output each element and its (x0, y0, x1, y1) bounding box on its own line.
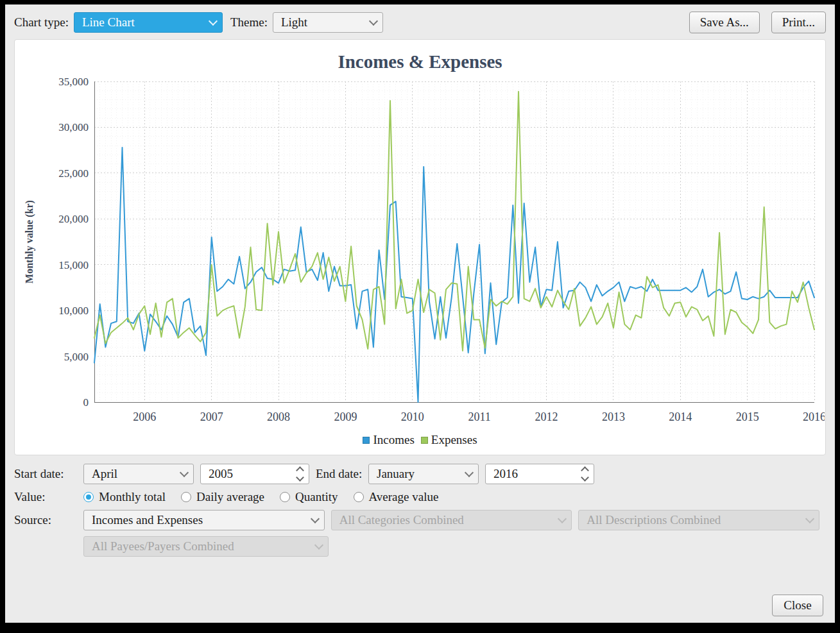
descriptions-value: All Descriptions Combined (587, 513, 721, 527)
radio-label: Quantity (295, 490, 338, 504)
radio-label: Monthly total (99, 490, 166, 504)
svg-text:2013: 2013 (601, 410, 624, 423)
svg-text:2007: 2007 (200, 410, 223, 423)
svg-text:35,000: 35,000 (58, 76, 89, 88)
close-button[interactable]: Close (772, 595, 823, 616)
end-year-value: 2016 (493, 467, 518, 481)
chart-type-label: Chart type: (14, 15, 69, 30)
svg-text:2010: 2010 (400, 410, 424, 423)
chart-title: Incomes & Expenses (15, 51, 825, 72)
start-date-label: Start date: (14, 467, 83, 481)
legend-label-incomes: Incomes (373, 433, 414, 447)
chevron-down-icon (314, 541, 323, 550)
incomes-swatch-icon (363, 437, 370, 444)
chart-dialog-window: Chart type: Line Chart Theme: Light Save… (0, 0, 840, 633)
source-value: Incomes and Expenses (92, 513, 203, 527)
spin-down-icon[interactable] (581, 473, 589, 482)
radio-quantity[interactable]: Quantity (280, 490, 338, 504)
radio-monthly-total[interactable]: Monthly total (83, 490, 166, 504)
close-row: Close (5, 592, 835, 623)
legend-label-expenses: Expenses (431, 433, 477, 447)
payees-value: All Payees/Payers Combined (92, 539, 234, 553)
chevron-down-icon (805, 514, 814, 523)
end-year-spinner[interactable]: 2016 (485, 464, 594, 484)
svg-text:10,000: 10,000 (58, 305, 89, 317)
end-date-label: End date: (316, 467, 368, 481)
theme-label: Theme: (230, 15, 268, 30)
payees-row: All Payees/Payers Combined (14, 536, 826, 557)
legend-item-incomes: Incomes (363, 433, 414, 447)
value-row: Value: Monthly total Daily average Quant… (14, 490, 826, 504)
radio-icon[interactable] (354, 492, 364, 502)
end-month-select[interactable]: January (368, 464, 479, 484)
chevron-down-icon (209, 17, 218, 26)
save-as-button[interactable]: Save As... (689, 12, 760, 33)
theme-value: Light (281, 15, 307, 30)
radio-label: Average value (369, 490, 439, 504)
svg-text:2006: 2006 (133, 410, 156, 423)
radio-icon[interactable] (280, 492, 290, 502)
print-button[interactable]: Print... (771, 12, 826, 33)
chevron-down-icon (369, 17, 378, 26)
spinner-arrows (582, 468, 588, 480)
source-row: Source: Incomes and Expenses All Categor… (14, 510, 826, 530)
radio-icon[interactable] (181, 492, 191, 502)
svg-text:0: 0 (83, 396, 89, 409)
toolbar: Chart type: Line Chart Theme: Light Save… (5, 4, 835, 39)
expenses-swatch-icon (421, 437, 428, 444)
date-row: Start date: April 2005 End date: January… (14, 464, 826, 484)
svg-text:30,000: 30,000 (58, 121, 89, 133)
source-label: Source: (14, 513, 83, 527)
svg-text:20,000: 20,000 (58, 213, 89, 225)
source-select[interactable]: Incomes and Expenses (83, 510, 325, 530)
svg-text:25,000: 25,000 (58, 167, 89, 180)
svg-text:15,000: 15,000 (58, 259, 89, 271)
chart-svg: 05,00010,00015,00020,00025,00030,00035,0… (16, 72, 825, 432)
chart-type-select[interactable]: Line Chart (74, 12, 223, 33)
start-year-value: 2005 (209, 467, 233, 481)
svg-text:2008: 2008 (267, 410, 290, 423)
svg-text:2016: 2016 (803, 410, 825, 423)
end-month-value: January (377, 467, 415, 481)
radio-average-value[interactable]: Average value (354, 490, 439, 504)
svg-text:5,000: 5,000 (64, 351, 88, 363)
svg-text:2015: 2015 (735, 410, 759, 423)
svg-text:2014: 2014 (669, 410, 692, 423)
svg-text:2011: 2011 (468, 410, 490, 423)
svg-text:2012: 2012 (535, 410, 558, 423)
radio-label: Daily average (196, 490, 264, 504)
start-month-select[interactable]: April (83, 464, 194, 484)
categories-value: All Categories Combined (339, 513, 464, 527)
chart-legend: Incomes Expenses (15, 432, 825, 453)
chevron-down-icon (558, 514, 567, 523)
svg-text:Monthly value (kr): Monthly value (kr) (24, 200, 35, 283)
start-year-spinner[interactable]: 2005 (200, 464, 309, 484)
controls-area: Start date: April 2005 End date: January… (5, 455, 835, 562)
theme-select[interactable]: Light (273, 12, 383, 33)
spin-down-icon[interactable] (296, 473, 304, 482)
legend-item-expenses: Expenses (421, 433, 477, 447)
value-label: Value: (14, 490, 83, 504)
chart-type-value: Line Chart (82, 15, 135, 30)
start-month-value: April (92, 467, 117, 481)
chevron-down-icon (180, 468, 189, 477)
radio-icon[interactable] (83, 492, 94, 502)
categories-select: All Categories Combined (331, 510, 572, 530)
radio-daily-average[interactable]: Daily average (181, 490, 264, 504)
payees-select: All Payees/Payers Combined (83, 536, 329, 557)
chevron-down-icon (465, 468, 474, 477)
spinner-arrows (297, 468, 303, 480)
descriptions-select: All Descriptions Combined (578, 510, 819, 530)
chart-panel: Incomes & Expenses 05,00010,00015,00020,… (14, 39, 826, 455)
chevron-down-icon (311, 514, 320, 523)
svg-text:2009: 2009 (334, 410, 357, 423)
